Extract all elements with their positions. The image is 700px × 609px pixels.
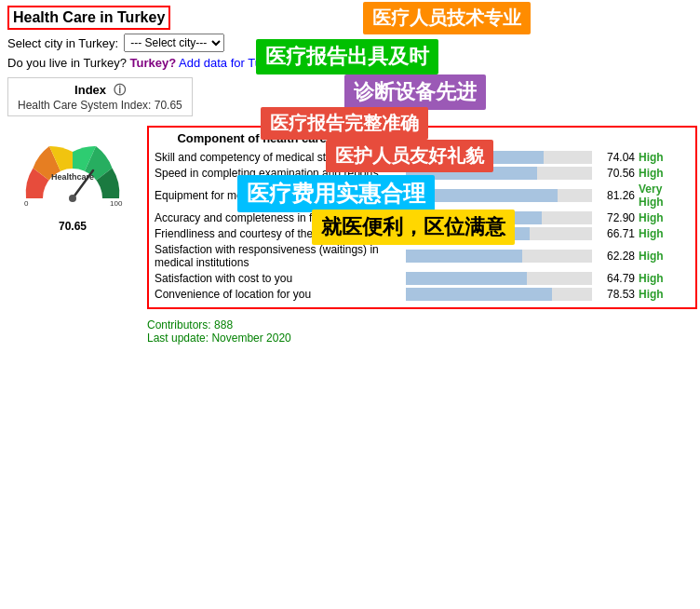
bar-rating-3: High <box>639 211 690 224</box>
contributors: Contributors: 888 <box>147 318 697 332</box>
bar-value-7: 78.53 <box>598 288 635 301</box>
bar-value-6: 64.79 <box>598 272 635 285</box>
city-select[interactable]: --- Select city--- <box>124 34 224 52</box>
bar-value-4: 66.71 <box>598 227 635 240</box>
svg-text:0: 0 <box>24 199 29 208</box>
bar-value-2: 81.26 <box>598 189 635 202</box>
index-box: Index ⓘ Health Care System Index: 70.65 <box>7 77 193 116</box>
svg-text:100: 100 <box>110 199 123 208</box>
bar-value-1: 70.56 <box>598 167 635 180</box>
bar-value-3: 72.90 <box>598 211 635 224</box>
bar-rating-2: Very High <box>639 183 690 209</box>
bar-fill-7 <box>406 288 552 301</box>
overlay-7: 就医便利，区位满意 <box>312 210 515 245</box>
turkey-text: Turkey? <box>130 56 177 70</box>
bar-rating-1: High <box>639 167 690 180</box>
bar-rating-6: High <box>639 272 690 285</box>
gauge-value-label: 70.65 <box>7 220 138 233</box>
bar-value-0: 74.04 <box>598 151 635 164</box>
bar-row-6: Satisfaction with cost to you 64.79 High <box>155 272 690 285</box>
index-value: Health Care System Index: 70.65 <box>18 99 182 112</box>
bar-rating-0: High <box>639 151 690 164</box>
bar-rating-5: High <box>639 250 690 263</box>
live-question-text: Do you live in Turkey? <box>7 56 127 70</box>
info-icon[interactable]: ⓘ <box>114 83 126 97</box>
main-container: 医疗人员技术专业 医疗报告出具及时 诊断设备先进 医疗报告完整准确 医护人员友好… <box>0 0 700 350</box>
bar-label-6: Satisfaction with cost to you <box>155 272 406 285</box>
bar-rating-7: High <box>639 288 690 301</box>
overlay-5: 医护人员友好礼貌 <box>326 140 493 172</box>
overlay-4: 医疗报告完整准确 <box>261 107 428 140</box>
bar-rating-4: High <box>639 227 690 240</box>
bar-track-5 <box>406 250 592 263</box>
last-update: Last update: November 2020 <box>147 332 697 345</box>
bar-track-6 <box>406 272 592 285</box>
bar-label-5: Satisfaction with responsiveness (waitin… <box>155 243 406 269</box>
overlay-2: 医疗报告出具及时 <box>256 39 438 74</box>
overlay-1: 医疗人员技术专业 <box>363 2 531 34</box>
bar-fill-6 <box>406 272 527 285</box>
page-title: Health Care in Turkey <box>7 6 170 30</box>
svg-text:Healthcare: Healthcare <box>51 172 94 182</box>
bar-value-5: 62.28 <box>598 250 635 263</box>
footer: Contributors: 888 Last update: November … <box>147 318 697 345</box>
bar-fill-5 <box>406 250 522 263</box>
gauge-container: 0 100 Healthcare 70.65 <box>7 124 138 226</box>
bar-label-7: Convenience of location for you <box>155 288 406 301</box>
select-city-label: Select city in Turkey: <box>7 36 118 50</box>
bar-track-7 <box>406 288 592 301</box>
bar-row-7: Convenience of location for you 78.53 Hi… <box>155 288 690 301</box>
overlay-3: 诊断设备先进 <box>344 74 486 110</box>
bar-row-5: Satisfaction with responsiveness (waitin… <box>155 243 690 269</box>
index-title: Index ⓘ <box>18 82 182 99</box>
svg-point-3 <box>69 195 76 202</box>
overlay-6: 医疗费用实惠合理 <box>237 175 435 212</box>
